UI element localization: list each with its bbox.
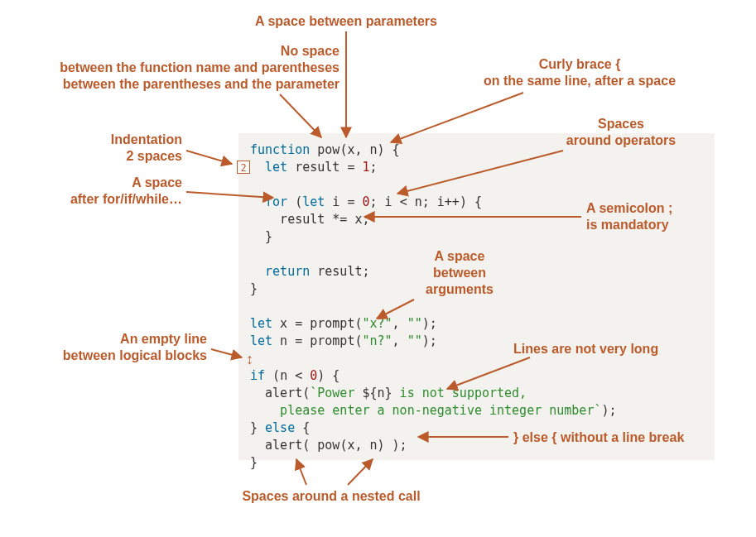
label-spaces-operators: Spaces around operators bbox=[530, 116, 712, 149]
label-space-args: A space between arguments bbox=[393, 248, 526, 298]
updown-arrow-icon: ↕ bbox=[246, 351, 253, 368]
svg-line-4 bbox=[186, 151, 232, 164]
label-indent-2: Indentation 2 spaces bbox=[50, 132, 182, 165]
code-text: function pow(x, n) { let result = 1; for… bbox=[250, 141, 703, 472]
label-spaces-nested: Spaces around a nested call bbox=[215, 488, 447, 505]
label-semicolon: A semicolon ; is mandatory bbox=[586, 200, 727, 233]
svg-line-1 bbox=[280, 94, 321, 137]
label-space-after-for: A space after for/if/while… bbox=[33, 175, 182, 208]
label-space-between-params: A space between parameters bbox=[222, 13, 470, 30]
diagram-stage: function pow(x, n) { let result = 1; for… bbox=[0, 0, 756, 537]
indent-badge: 2 bbox=[237, 161, 250, 174]
svg-line-8 bbox=[211, 349, 242, 357]
label-empty-line: An empty line between logical blocks bbox=[33, 331, 207, 364]
label-lines-not-long: Lines are not very long bbox=[513, 341, 729, 357]
label-else-no-break: } else { without a line break bbox=[513, 429, 745, 446]
label-no-space-fn: No space between the function name and p… bbox=[8, 43, 339, 93]
label-curly-same-line: Curly brace { on the same line, after a … bbox=[455, 56, 704, 89]
